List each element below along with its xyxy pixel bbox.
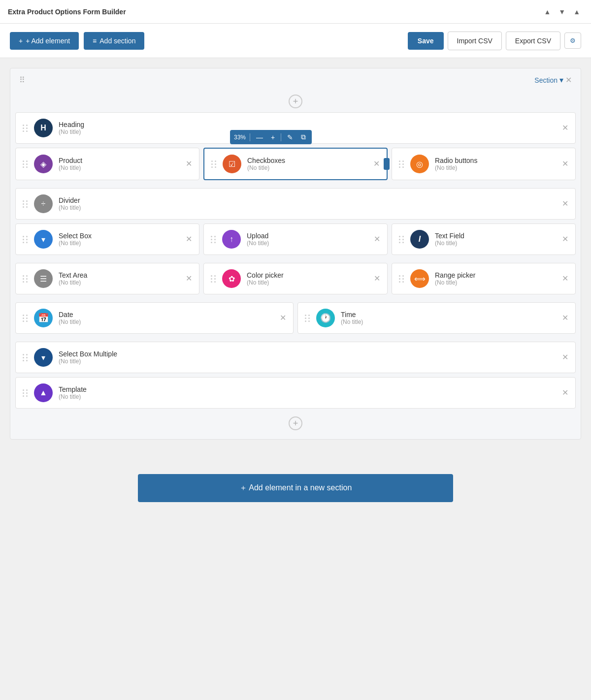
divider-icon: ÷: [34, 194, 53, 213]
template-drag-handle[interactable]: [23, 389, 28, 397]
radio-name: Radio buttons: [435, 157, 556, 164]
template-info: Template (No title): [59, 385, 556, 400]
checkboxes-subtitle: (No title): [247, 164, 367, 171]
add-row-icon-bottom[interactable]: +: [289, 416, 302, 430]
section-wrapper: ⠿ Section ▾ ✕ + H Heading (No t: [10, 68, 581, 440]
rangepicker-info: Range picker (No title): [435, 271, 556, 286]
export-csv-label: Export CSV: [515, 37, 551, 45]
expand-btn[interactable]: ▲: [570, 6, 583, 18]
textarea-drag-handle[interactable]: [23, 275, 28, 283]
product-subtitle: (No title): [59, 164, 180, 171]
toolbar: + + Add element ≡ Add section Save Impor…: [0, 24, 591, 58]
top-bar-controls: ▲ ▼ ▲: [541, 6, 583, 18]
textfield-drag-handle[interactable]: [399, 236, 404, 243]
mini-toolbar-minus[interactable]: —: [254, 132, 265, 142]
rangepicker-drag-handle[interactable]: [399, 275, 404, 283]
save-button[interactable]: Save: [408, 32, 444, 50]
export-csv-button[interactable]: Export CSV: [506, 32, 560, 50]
textfield-icon: I: [410, 230, 429, 249]
template-name: Template: [59, 385, 556, 393]
checkboxes-info: Checkboxes (No title): [247, 157, 367, 171]
section-header: ⠿ Section ▾ ✕: [15, 73, 576, 87]
section-drag-handle[interactable]: ⠿: [19, 75, 25, 85]
app-title: Extra Product Options Form Builder: [8, 8, 126, 16]
import-csv-button[interactable]: Import CSV: [448, 32, 502, 50]
mini-toolbar-edit[interactable]: ✎: [285, 132, 295, 142]
selectbox-multiple-drag-handle[interactable]: [23, 354, 28, 361]
section-label[interactable]: Section: [534, 76, 558, 84]
row-date-time: 📅 Date (No title) ✕ 🕐 Time (No title): [15, 302, 576, 338]
textarea-close-button[interactable]: ✕: [186, 275, 192, 283]
template-close-button[interactable]: ✕: [562, 389, 568, 397]
mini-toolbar-plus[interactable]: +: [269, 132, 277, 142]
row-textarea-colorpicker-rangepicker: ☰ Text Area (No title) ✕ ✿ Color picker …: [15, 263, 576, 298]
colorpicker-drag-handle[interactable]: [211, 275, 216, 283]
upload-close-button[interactable]: ✕: [374, 235, 380, 243]
divider-name: Divider: [59, 196, 556, 204]
time-info: Time (No title): [341, 311, 556, 325]
date-name: Date: [59, 311, 274, 318]
colorpicker-close-button[interactable]: ✕: [374, 275, 380, 283]
product-close-button[interactable]: ✕: [186, 160, 192, 168]
time-close-button[interactable]: ✕: [562, 314, 568, 322]
radio-icon: ◎: [410, 155, 429, 173]
upload-subtitle: (No title): [247, 240, 368, 247]
radio-close-button[interactable]: ✕: [562, 160, 568, 168]
rangepicker-close-button[interactable]: ✕: [562, 275, 568, 283]
selectbox-close-button[interactable]: ✕: [186, 235, 192, 243]
section-close-button[interactable]: ✕: [565, 75, 572, 85]
textarea-subtitle: (No title): [59, 279, 180, 286]
settings-button[interactable]: ⚙: [564, 32, 581, 49]
resize-handle[interactable]: [384, 158, 390, 170]
colorpicker-icon: ✿: [222, 269, 241, 288]
chevron-up-btn[interactable]: ▲: [541, 6, 554, 18]
checkboxes-close-button[interactable]: ✕: [373, 160, 380, 168]
selectbox-info: Select Box (No title): [59, 232, 180, 247]
product-drag-handle[interactable]: [23, 160, 28, 168]
textfield-close-button[interactable]: ✕: [562, 235, 568, 243]
time-icon: 🕐: [316, 309, 335, 327]
radio-drag-handle[interactable]: [399, 160, 404, 168]
mini-toolbar-copy[interactable]: ⧉: [299, 132, 308, 142]
section-dropdown-icon[interactable]: ▾: [559, 75, 563, 85]
add-row-bottom[interactable]: +: [15, 413, 576, 434]
element-row-colorpicker: ✿ Color picker (No title) ✕: [203, 263, 388, 294]
checkboxes-drag-handle[interactable]: [211, 160, 217, 168]
element-row-divider: ÷ Divider (No title) ✕: [15, 188, 576, 220]
element-row-selectbox-multiple: ▾ Select Box Multiple (No title) ✕: [15, 342, 576, 373]
row-selectbox-upload-textfield: ▾ Select Box (No title) ✕ ↑ Upload (No t…: [15, 223, 576, 259]
date-drag-handle[interactable]: [23, 315, 28, 322]
date-close-button[interactable]: ✕: [280, 314, 286, 322]
selectbox-subtitle: (No title): [59, 240, 180, 247]
selectbox-multiple-close-button[interactable]: ✕: [562, 353, 568, 361]
upload-drag-handle[interactable]: [211, 236, 216, 243]
upload-name: Upload: [247, 232, 368, 240]
top-bar: Extra Product Options Form Builder ▲ ▼ ▲: [0, 0, 591, 24]
divider-close-button[interactable]: ✕: [562, 200, 568, 208]
canvas: ⠿ Section ▾ ✕ + H Heading (No t: [0, 58, 591, 459]
add-section-button[interactable]: ≡ Add section: [84, 32, 144, 50]
heading-close-button[interactable]: ✕: [562, 124, 568, 132]
date-subtitle: (No title): [59, 318, 274, 325]
element-row-checkboxes: 33% — + ✎ ⧉ ☑ Checkboxes (No title): [203, 148, 388, 180]
add-row-icon-top[interactable]: +: [289, 95, 302, 108]
selectbox-drag-handle[interactable]: [23, 236, 28, 243]
add-row-top[interactable]: +: [15, 91, 576, 112]
textarea-name: Text Area: [59, 271, 180, 279]
heading-drag-handle[interactable]: [23, 125, 28, 132]
divider-drag-handle[interactable]: [23, 200, 28, 208]
add-element-button[interactable]: + + Add element: [10, 32, 79, 50]
element-row-radio: ◎ Radio buttons (No title) ✕: [392, 148, 576, 180]
element-row-upload: ↑ Upload (No title) ✕: [203, 223, 388, 255]
date-icon: 📅: [34, 309, 53, 327]
time-drag-handle[interactable]: [305, 315, 310, 322]
plus-icon: +: [19, 37, 23, 45]
divider-subtitle: (No title): [59, 204, 556, 211]
rangepicker-subtitle: (No title): [435, 279, 556, 286]
chevron-down-btn[interactable]: ▼: [556, 6, 568, 18]
add-element-new-section-button[interactable]: ＋ Add element in a new section: [138, 474, 453, 502]
colorpicker-info: Color picker (No title): [247, 271, 368, 286]
heading-name: Heading: [59, 121, 556, 128]
settings-icon: ⚙: [570, 37, 576, 44]
selectbox-multiple-name: Select Box Multiple: [59, 350, 556, 358]
